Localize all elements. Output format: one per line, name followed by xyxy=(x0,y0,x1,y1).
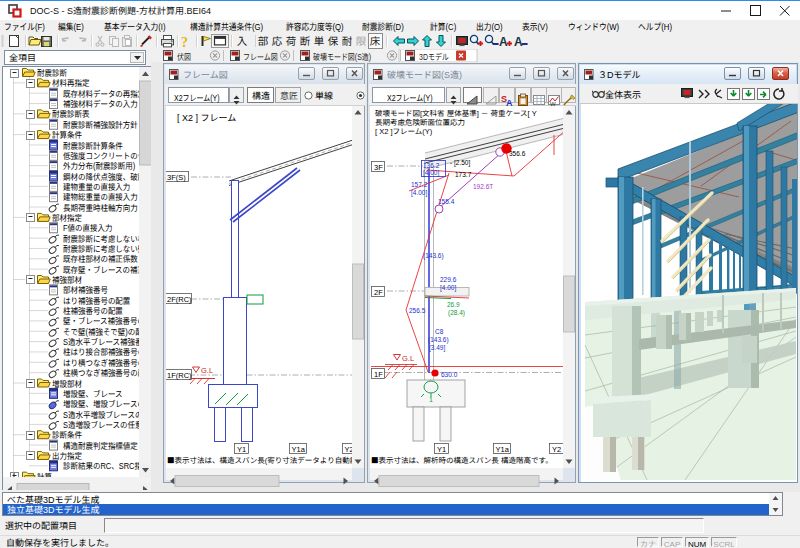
svg-text:Y1: Y1 xyxy=(237,443,246,454)
svg-text:A: A xyxy=(514,33,523,49)
svg-text:(28.4): (28.4) xyxy=(448,307,465,317)
svg-text:192.6T: 192.6T xyxy=(473,181,493,191)
svg-text:単: 単 xyxy=(314,33,325,48)
svg-text:- [2.50]: - [2.50] xyxy=(450,157,470,167)
svg-text:保: 保 xyxy=(328,33,339,48)
svg-text:630.0: 630.0 xyxy=(441,369,458,379)
svg-text:部: 部 xyxy=(258,33,269,48)
svg-text:3F: 3F xyxy=(374,161,383,172)
svg-text:(143.6): (143.6) xyxy=(423,250,444,260)
svg-text:[ X2 ]フレーム(Y): [ X2 ]フレーム(Y) xyxy=(375,125,433,136)
svg-text:Y2: Y2 xyxy=(345,443,353,454)
svg-text:2F: 2F xyxy=(374,286,383,297)
svg-text:1: 1 xyxy=(429,394,433,404)
svg-text:■表示寸法は、解析時の構造スパン長 構造階高です。: ■表示寸法は、解析時の構造スパン長 構造階高です。 xyxy=(371,454,553,465)
svg-text:[4.00]: [4.00] xyxy=(423,167,439,177)
svg-text:[4.00]: [4.00] xyxy=(411,187,427,197)
svg-text:限: 限 xyxy=(356,33,367,48)
svg-text:[4.00]: [4.00] xyxy=(440,282,456,292)
svg-text:入: 入 xyxy=(237,33,248,48)
svg-text:A: A xyxy=(499,33,508,49)
svg-text:356.6: 356.6 xyxy=(509,148,526,158)
svg-text:[ X2 ] フレーム: [ X2 ] フレーム xyxy=(177,111,236,124)
svg-text:3F(S): 3F(S) xyxy=(167,171,186,182)
svg-text:Y2: Y2 xyxy=(552,443,561,454)
svg-text:G.L: G.L xyxy=(201,364,213,375)
svg-text:耐: 耐 xyxy=(342,33,353,48)
svg-text:Y1a: Y1a xyxy=(496,443,510,454)
svg-text:Y1a: Y1a xyxy=(292,443,306,454)
svg-text:?: ? xyxy=(181,35,188,50)
svg-text:G.L: G.L xyxy=(402,352,414,363)
svg-text:2F(RC): 2F(RC) xyxy=(167,293,192,304)
svg-text:[3.49]: [3.49] xyxy=(429,342,445,352)
svg-text:応: 応 xyxy=(272,33,283,48)
svg-text:荷: 荷 xyxy=(286,33,297,48)
svg-text:■表示寸法は、構造スパン長(寄り寸法データより自動計算: ■表示寸法は、構造スパン長(寄り寸法データより自動計算 xyxy=(167,454,352,465)
svg-text:Y1: Y1 xyxy=(437,443,446,454)
svg-text:床: 床 xyxy=(370,33,381,48)
svg-text:155.4: 155.4 xyxy=(438,196,455,206)
svg-text:173.7: 173.7 xyxy=(455,169,472,179)
svg-text:1F: 1F xyxy=(374,368,383,379)
svg-text:断: 断 xyxy=(300,33,311,48)
svg-text:1F(RC): 1F(RC) xyxy=(167,369,192,380)
svg-text:256.5: 256.5 xyxy=(409,305,426,315)
